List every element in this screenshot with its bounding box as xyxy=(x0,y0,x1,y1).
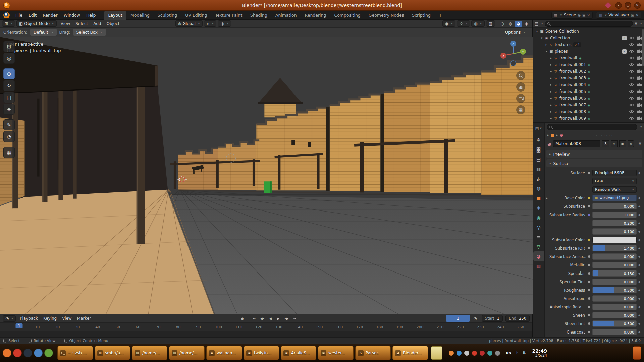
value-slider[interactable]: 0.130 xyxy=(592,270,637,277)
gizmos-dropdown[interactable]: ⊹∨ xyxy=(457,20,470,27)
properties-tab[interactable]: ▩ xyxy=(533,261,544,271)
shading-solid-button[interactable]: ◍ xyxy=(506,21,514,27)
properties-tab[interactable]: ▥ xyxy=(533,164,544,174)
disable-in-render-toggle[interactable] xyxy=(637,103,642,107)
expand-arrow[interactable]: ▸ xyxy=(549,110,553,113)
animate-dot[interactable]: ● xyxy=(637,247,642,250)
tool-button[interactable]: ⊕ xyxy=(3,68,15,79)
expand-arrow[interactable]: ▸ xyxy=(549,70,553,73)
disable-in-render-toggle[interactable] xyxy=(637,83,642,87)
sss-method-dropdown[interactable]: Random Walk∨ xyxy=(592,186,637,193)
workspace-tab[interactable]: Compositing xyxy=(330,11,364,20)
animate-dot[interactable]: ● xyxy=(637,205,642,208)
properties-tab[interactable]: ◎ xyxy=(533,222,544,232)
disable-in-render-toggle[interactable] xyxy=(637,110,642,114)
outliner-row[interactable]: ▸ ▣ ▣ ▽ frontwall.007 ▽ ◈ ✓ xyxy=(533,102,644,108)
collection-checkbox[interactable]: ✓ xyxy=(622,36,627,40)
hide-in-viewport-toggle[interactable] xyxy=(629,76,634,80)
keyboard-layout-indicator[interactable]: us xyxy=(506,351,511,355)
value-slider[interactable]: 0.200 xyxy=(592,220,637,226)
value-slider[interactable]: 0.000 xyxy=(592,203,637,209)
material-breadcrumb-icon[interactable]: ◕ xyxy=(560,133,563,137)
properties-search-input[interactable] xyxy=(547,124,637,130)
value-slider[interactable]: 0.000 xyxy=(592,279,637,285)
pan-hand-icon[interactable] xyxy=(516,82,525,92)
taskbar-window-button[interactable]: >_ ~ : zsh ... xyxy=(57,346,93,360)
workspace-tab[interactable]: UV Editing xyxy=(181,11,211,20)
animate-dot[interactable]: ● xyxy=(637,322,642,325)
menubar-menu[interactable]: Render xyxy=(40,11,61,19)
drag-setting-dropdown[interactable]: Select Box∨ xyxy=(73,29,106,36)
tool-button[interactable]: ⊞ xyxy=(3,41,15,52)
3d-scene[interactable] xyxy=(0,37,533,314)
taskbar-window-button[interactable]: ◕ Blender... xyxy=(392,346,428,360)
shader-dropdown[interactable]: Principled BSDF xyxy=(592,170,637,176)
animate-dot[interactable]: ● xyxy=(637,197,642,199)
camera-view-icon[interactable] xyxy=(516,94,525,103)
hide-in-viewport-toggle[interactable] xyxy=(629,43,634,47)
scene-selector[interactable]: ▦ ∨ Scene ◉ ▣ ✕ xyxy=(551,12,593,19)
outliner-row[interactable]: ▸ ▣ ▣ ▽ frontwall.008 ▽ ◈ ✓ xyxy=(533,108,644,115)
transport-button[interactable]: ⇥ xyxy=(290,315,299,322)
network-icon[interactable]: ⇅ xyxy=(522,351,526,355)
animate-dot[interactable]: ● xyxy=(637,239,642,241)
value-slider[interactable]: 1.000 xyxy=(592,212,637,218)
shading-wireframe-button[interactable]: ○ xyxy=(498,21,506,27)
properties-tab[interactable]: ▤ xyxy=(533,154,544,164)
expand-arrow[interactable]: ▸ xyxy=(544,43,549,46)
timeline-menu[interactable]: Playback xyxy=(17,315,41,321)
tool-button[interactable]: ◱ xyxy=(3,92,15,103)
hide-in-viewport-toggle[interactable] xyxy=(629,103,634,107)
sticky-note-button[interactable] xyxy=(431,346,442,360)
expand-arrow[interactable]: ▾ xyxy=(535,29,539,33)
menubar-menu[interactable]: Help xyxy=(83,11,99,19)
hide-in-viewport-toggle[interactable] xyxy=(629,49,634,53)
workspace-tab[interactable]: Modeling xyxy=(126,11,154,20)
outliner-editor-icon[interactable]: ▤ xyxy=(535,21,538,26)
animate-dot[interactable]: ● xyxy=(637,214,642,216)
taskbar-window-button[interactable]: ▤ /home/... xyxy=(132,346,167,360)
tool-button[interactable]: ↻ xyxy=(3,80,15,91)
properties-tab[interactable]: ◙ xyxy=(533,144,544,154)
tool-button[interactable]: ◔ xyxy=(3,131,15,142)
snap-toggle[interactable]: ∩∨ xyxy=(204,20,217,27)
value-slider[interactable]: 0.000 xyxy=(592,295,637,302)
expand-arrow[interactable]: ▸ xyxy=(549,63,553,66)
viewport-menu[interactable]: Select xyxy=(73,21,91,27)
workspace-tab[interactable]: Sculpting xyxy=(154,11,181,20)
timeline-menu[interactable]: Marker xyxy=(74,315,94,321)
outliner-row[interactable]: ▸ ▣ ▣ ▽ frontwall.002 ▽ ◈ ✓ xyxy=(533,68,644,75)
outliner-row[interactable]: ▸ ▣ ▣ ▽ frontwall.003 ▽ ◈ ✓ xyxy=(533,75,644,81)
hide-in-viewport-toggle[interactable] xyxy=(629,96,634,100)
zoom-icon[interactable] xyxy=(516,71,525,80)
remove-viewlayer-button[interactable]: ✕ xyxy=(636,13,639,17)
hide-in-viewport-toggle[interactable] xyxy=(629,56,634,60)
timeline-ruler[interactable]: 1 11020304050607080901001101201301401501… xyxy=(0,323,532,331)
outliner-row[interactable]: ▸ ▣ ▣ ▽ frontwall.009 ▽ ◈ ✓ xyxy=(533,115,644,122)
outliner-row[interactable]: ▾ ▣ ▣ ▽ Scene Collection ▽ ◈ ✓ xyxy=(533,28,644,35)
fake-user-button[interactable]: ◇ xyxy=(611,140,618,147)
outliner-row[interactable]: ▾ ▣ ▣ ▽ Collection ▽ ◈ ✓ xyxy=(533,35,644,41)
timeline-track[interactable] xyxy=(0,331,532,337)
disable-in-render-toggle[interactable] xyxy=(637,89,642,94)
workspace-tab[interactable]: Texture Paint xyxy=(211,11,246,20)
properties-tab[interactable]: ⊚ xyxy=(533,135,544,144)
value-slider[interactable]: 0.000 xyxy=(592,304,637,310)
hide-in-viewport-toggle[interactable] xyxy=(629,63,634,67)
expand-arrow[interactable]: ▸ xyxy=(549,103,553,107)
value-slider[interactable]: 0.500 xyxy=(592,287,637,293)
workspace-tab[interactable]: Rendering xyxy=(301,11,330,20)
disable-in-render-toggle[interactable] xyxy=(637,56,642,60)
animate-dot[interactable]: ● xyxy=(637,314,642,317)
editor-type-dropdown[interactable]: ⊞∨ xyxy=(2,20,15,27)
viewport-menu[interactable]: View xyxy=(58,21,73,27)
launcher-icon[interactable] xyxy=(3,349,11,357)
animate-dot[interactable]: ● xyxy=(637,306,642,308)
auto-key-toggle[interactable]: ● xyxy=(238,315,246,322)
tray-icon[interactable] xyxy=(480,351,485,356)
animate-dot[interactable]: ● xyxy=(637,264,642,266)
value-slider[interactable]: 0.500 xyxy=(592,320,637,327)
tray-icon[interactable] xyxy=(449,351,454,356)
workspace-tab[interactable]: Layout xyxy=(104,11,126,20)
minimize-button[interactable]: ▾ xyxy=(615,2,622,9)
